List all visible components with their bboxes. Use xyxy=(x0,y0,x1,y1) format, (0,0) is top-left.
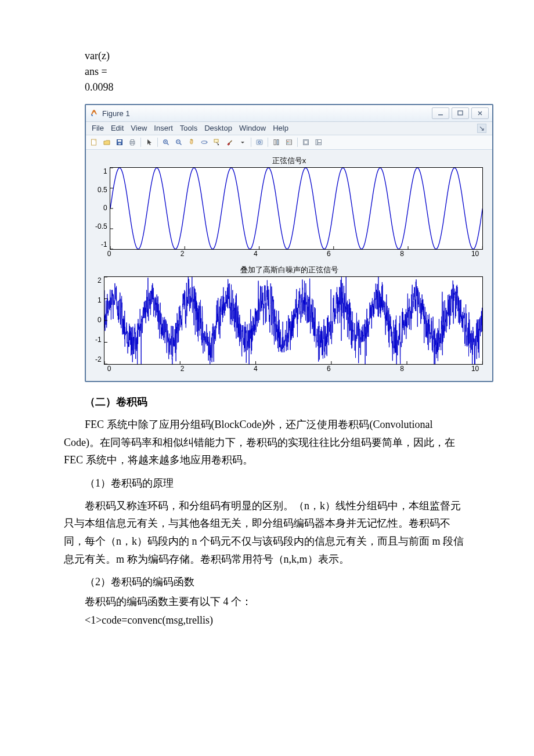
zoom-in-icon[interactable] xyxy=(160,137,172,147)
pan-icon[interactable] xyxy=(186,137,197,147)
insert-colorbar-icon[interactable] xyxy=(270,137,282,147)
figure-plots-area: 正弦信号x 1 0.5 0 -0.5 -1 0 2 xyxy=(86,150,492,381)
svg-rect-18 xyxy=(289,141,291,142)
svg-rect-0 xyxy=(438,114,443,116)
svg-point-13 xyxy=(218,144,219,145)
code-line-ans: ans = xyxy=(85,66,470,78)
open-icon[interactable] xyxy=(101,137,113,147)
svg-rect-8 xyxy=(131,143,134,145)
chart-top-axes[interactable] xyxy=(110,167,483,250)
dock-arrow-icon[interactable]: ↘ xyxy=(477,124,486,133)
chart-bottom-axes[interactable] xyxy=(104,276,483,365)
subheading-1: （1）卷积码的原理 xyxy=(85,476,470,490)
svg-rect-7 xyxy=(131,140,134,142)
svg-rect-25 xyxy=(318,143,322,145)
menu-file[interactable]: File xyxy=(92,124,104,133)
svg-rect-22 xyxy=(304,141,308,144)
new-figure-icon[interactable] xyxy=(88,137,100,147)
chart-bottom-title: 叠加了高斯白噪声的正弦信号 xyxy=(95,265,483,275)
menu-bar: File Edit View Insert Tools Desktop Wind… xyxy=(86,122,492,135)
close-button[interactable] xyxy=(471,107,489,119)
section-heading-convolutional: （二）卷积码 xyxy=(85,395,470,409)
code-line-value: 0.0098 xyxy=(85,81,470,93)
rotate-3d-icon[interactable] xyxy=(199,137,210,147)
window-title: Figure 1 xyxy=(102,109,130,118)
svg-rect-4 xyxy=(118,140,121,142)
save-icon[interactable] xyxy=(114,137,125,147)
print-icon[interactable] xyxy=(127,137,138,147)
svg-rect-20 xyxy=(289,143,291,143)
window-titlebar: Figure 1 xyxy=(86,105,492,122)
svg-rect-24 xyxy=(318,140,322,143)
insert-legend-icon[interactable] xyxy=(283,137,295,147)
svg-rect-14 xyxy=(257,140,262,145)
svg-rect-23 xyxy=(316,140,317,145)
chart-top-title: 正弦信号x xyxy=(95,156,483,166)
paragraph-2: 卷积码又称连环码，和分组码有明显的区别。（n，k）线性分组码中，本组监督元只与本… xyxy=(64,497,470,568)
chart-top-xticks: 0 2 4 6 8 10 xyxy=(95,250,483,258)
chart-top: 正弦信号x 1 0.5 0 -0.5 -1 0 2 xyxy=(95,156,483,258)
paragraph-4: <1>code=convenc(msg,trellis) xyxy=(85,614,470,627)
menu-edit[interactable]: Edit xyxy=(111,124,124,133)
svg-rect-1 xyxy=(458,111,463,115)
menu-desktop[interactable]: Desktop xyxy=(204,124,232,133)
menu-window[interactable]: Window xyxy=(239,124,266,133)
minimize-button[interactable] xyxy=(432,107,449,119)
paragraph-1: FEC 系统中除了应用分组码(BlockCode)外，还广泛使用卷积码(Conv… xyxy=(64,416,470,469)
maximize-button[interactable] xyxy=(452,107,469,119)
svg-rect-12 xyxy=(214,139,218,142)
dropdown-arrow-icon[interactable] xyxy=(237,137,248,147)
menu-view[interactable]: View xyxy=(131,124,147,133)
show-plot-tools-icon[interactable] xyxy=(313,137,324,147)
menu-help[interactable]: Help xyxy=(273,124,288,133)
code-line-varz: var(z) xyxy=(85,50,470,62)
figure-toolbar xyxy=(86,135,492,150)
data-cursor-icon[interactable] xyxy=(211,137,223,147)
svg-rect-5 xyxy=(118,143,121,145)
menu-tools[interactable]: Tools xyxy=(180,124,197,133)
paragraph-3: 卷积码的编码函数主要有以下 4 个： xyxy=(85,595,470,609)
menu-insert[interactable]: Insert xyxy=(154,124,173,133)
svg-rect-15 xyxy=(274,140,276,145)
svg-rect-19 xyxy=(289,142,291,143)
chart-bottom-yticks: 2 1 0 -1 -2 xyxy=(95,276,104,363)
chart-bottom: 叠加了高斯白噪声的正弦信号 2 1 0 -1 -2 0 2 xyxy=(95,265,483,373)
zoom-out-icon[interactable] xyxy=(173,137,185,147)
matlab-icon xyxy=(89,109,99,118)
brush-icon[interactable] xyxy=(224,137,236,147)
hide-plot-tools-icon[interactable] xyxy=(300,137,312,147)
pointer-icon[interactable] xyxy=(143,137,155,147)
matlab-figure-window: Figure 1 File Edit View Insert Tools Des… xyxy=(85,104,493,382)
chart-bottom-xticks: 0 2 4 6 8 10 xyxy=(95,365,483,373)
subheading-2: （2）卷积码的编码函数 xyxy=(85,575,470,589)
svg-rect-16 xyxy=(277,140,279,145)
chart-top-yticks: 1 0.5 0 -0.5 -1 xyxy=(95,167,110,249)
link-data-icon[interactable] xyxy=(254,137,265,147)
